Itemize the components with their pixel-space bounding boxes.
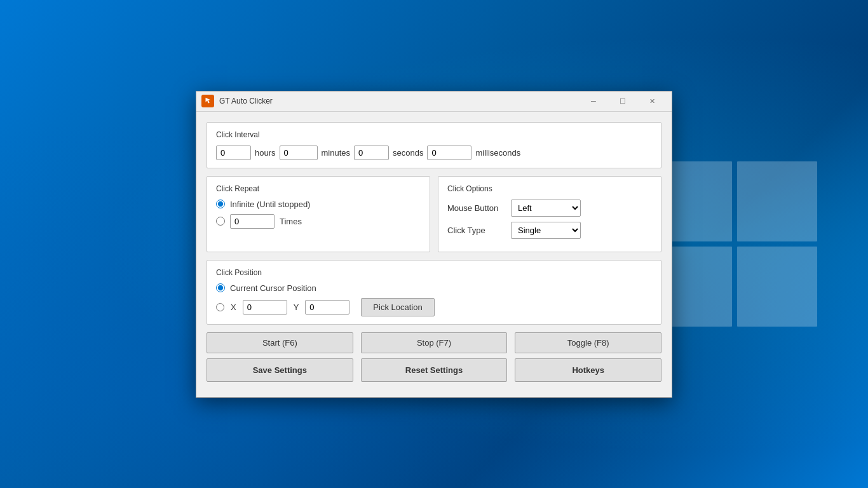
y-input[interactable] — [305, 300, 349, 315]
milliseconds-input[interactable] — [427, 146, 471, 160]
x-input[interactable] — [243, 300, 287, 315]
stop-button[interactable]: Stop (F7) — [361, 332, 508, 353]
mouse-button-label: Mouse Button — [447, 203, 505, 213]
click-interval-label: Click Interval — [216, 130, 652, 139]
x-label: X — [231, 302, 236, 312]
title-bar: GT Auto Clicker ─ ☐ ✕ — [196, 92, 672, 112]
click-type-select[interactable]: Single Double — [511, 222, 581, 239]
seconds-input[interactable] — [354, 146, 389, 160]
times-radio[interactable] — [216, 217, 225, 226]
click-repeat-label: Click Repeat — [216, 184, 421, 193]
xy-position-row: X Y Pick Location — [216, 298, 652, 316]
action-buttons-row2: Save Settings Reset Settings Hotkeys — [207, 358, 661, 382]
mouse-button-row: Mouse Button Left Right Middle — [447, 200, 652, 217]
app-icon — [201, 95, 214, 107]
restore-button[interactable]: ☐ — [608, 91, 637, 111]
click-options-label: Click Options — [447, 184, 652, 193]
click-type-row: Click Type Single Double — [447, 222, 652, 239]
app-content: Click Interval hours minutes seconds mil… — [196, 112, 672, 397]
hours-unit: hours — [255, 148, 276, 158]
y-label: Y — [294, 302, 299, 312]
mouse-button-select[interactable]: Left Right Middle — [511, 200, 581, 217]
middle-row: Click Repeat Infinite (Until stopped) Ti… — [207, 176, 661, 252]
cursor-position-label[interactable]: Current Cursor Position — [230, 283, 316, 293]
pick-location-button[interactable]: Pick Location — [361, 298, 434, 316]
infinite-radio[interactable] — [216, 200, 225, 208]
xy-position-radio[interactable] — [216, 303, 224, 311]
save-settings-button[interactable]: Save Settings — [207, 358, 353, 382]
app-window: GT Auto Clicker ─ ☐ ✕ Click Interval hou… — [196, 91, 672, 398]
click-position-section: Click Position Current Cursor Position X… — [207, 260, 661, 325]
times-input[interactable] — [230, 214, 275, 229]
click-options-section: Click Options Mouse Button Left Right Mi… — [438, 176, 661, 252]
click-interval-section: Click Interval hours minutes seconds mil… — [207, 122, 661, 168]
minimize-button[interactable]: ─ — [579, 91, 608, 111]
click-type-label: Click Type — [447, 226, 505, 235]
toggle-button[interactable]: Toggle (F8) — [515, 332, 661, 353]
hours-input[interactable] — [216, 146, 251, 160]
window-title: GT Auto Clicker — [219, 97, 579, 105]
click-position-label: Click Position — [216, 268, 652, 277]
infinite-label[interactable]: Infinite (Until stopped) — [230, 200, 310, 209]
infinite-radio-row: Infinite (Until stopped) — [216, 200, 421, 209]
click-repeat-section: Click Repeat Infinite (Until stopped) Ti… — [207, 176, 430, 252]
interval-row: hours minutes seconds milliseconds — [216, 146, 652, 160]
times-radio-row: Times — [216, 214, 421, 229]
minutes-input[interactable] — [280, 146, 318, 160]
times-label[interactable]: Times — [280, 217, 302, 226]
minutes-unit: minutes — [322, 148, 351, 158]
cursor-position-radio-row: Current Cursor Position — [216, 283, 652, 293]
close-button[interactable]: ✕ — [637, 91, 667, 111]
cursor-position-radio[interactable] — [216, 283, 225, 292]
milliseconds-unit: milliseconds — [475, 148, 520, 158]
start-button[interactable]: Start (F6) — [207, 332, 353, 353]
action-buttons-row1: Start (F6) Stop (F7) Toggle (F8) — [207, 332, 661, 353]
reset-settings-button[interactable]: Reset Settings — [361, 358, 508, 382]
seconds-unit: seconds — [393, 148, 423, 158]
window-controls: ─ ☐ ✕ — [579, 91, 667, 111]
hotkeys-button[interactable]: Hotkeys — [515, 358, 661, 382]
